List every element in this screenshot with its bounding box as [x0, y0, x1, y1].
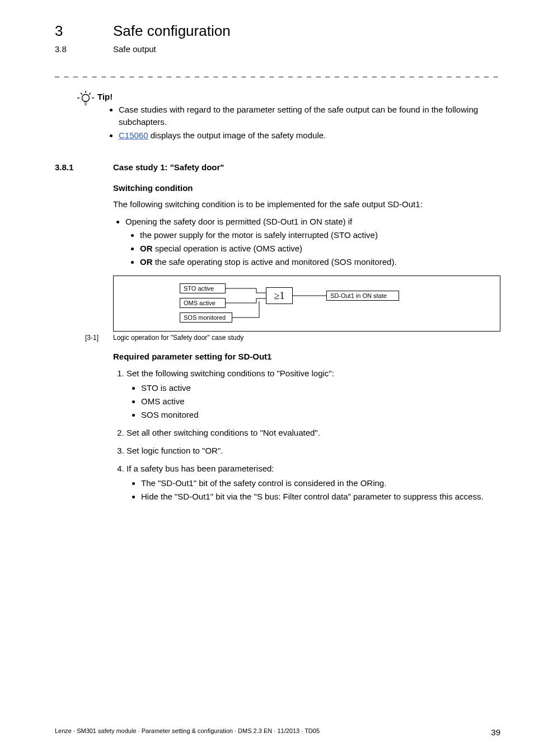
list-item: OR the safe operating stop is active and…: [140, 255, 500, 269]
tip-item-text: displays the output image of the safety …: [148, 130, 326, 140]
section-number: 3.8: [55, 44, 113, 54]
chapter-title: Safe configuration: [113, 22, 231, 40]
switching-heading: Switching condition: [113, 183, 500, 193]
diagram-box-oms: OMS active: [180, 298, 226, 308]
section-title: Safe output: [113, 44, 156, 54]
tip-item: Case studies with regard to the paramete…: [119, 104, 500, 128]
step-text: If a safety bus has been parameterised:: [127, 464, 274, 473]
list-item: Hide the "SD-Out1" bit via the "S bus: F…: [141, 490, 500, 503]
svg-point-0: [82, 95, 90, 102]
svg-line-4: [81, 93, 82, 95]
step-item: Set all other switching conditions to "N…: [127, 426, 500, 440]
figure-caption: Logic operation for "Safety door" case s…: [113, 334, 243, 342]
step-item: If a safety bus has been parameterised: …: [127, 462, 500, 503]
tip-label: Tip!: [97, 92, 500, 101]
list-item: The "SD-Out1" bit of the safety control …: [141, 477, 500, 490]
footer-text: Lenze · SM301 safety module · Parameter …: [55, 727, 320, 737]
list-item: OR special operation is active (OMS acti…: [140, 242, 500, 255]
required-heading: Required parameter setting for SD-Out1: [113, 352, 500, 361]
tip-icon: [74, 90, 97, 142]
subsection-number: 3.8.1: [55, 162, 113, 172]
list-item: STO is active: [141, 381, 500, 395]
list-item: the power supply for the motor is safely…: [140, 228, 500, 242]
list-item: Opening the safety door is permitted (SD…: [125, 215, 500, 269]
list-item: SOS monitored: [141, 408, 500, 422]
diagram-box-output: SD-Out1 in ON state: [326, 291, 399, 301]
switching-intro: The following switching condition is to …: [113, 198, 500, 211]
step-item: Set the following switching conditions t…: [127, 367, 500, 422]
subsection-title: Case study 1: "Safety door": [113, 162, 224, 172]
figure-number: [3-1]: [85, 334, 113, 342]
diagram-or-gate: ≥1: [266, 287, 293, 304]
tip-item: C15060 displays the output image of the …: [119, 129, 500, 142]
step-text: Set the following switching conditions t…: [127, 368, 334, 378]
link-c15060[interactable]: C15060: [119, 130, 148, 140]
page-number: 39: [491, 727, 500, 737]
svg-line-5: [89, 93, 91, 95]
diagram-box-sos: SOS monitored: [180, 312, 232, 323]
logic-diagram: STO active OMS active SOS monitored ≥1 S…: [113, 276, 500, 332]
chapter-number: 3: [55, 22, 113, 40]
diagram-box-sto: STO active: [180, 283, 226, 293]
list-item-text: Opening the safety door is permitted (SD…: [125, 217, 352, 226]
step-item: Set logic function to "OR".: [127, 444, 500, 458]
divider: _ _ _ _ _ _ _ _ _ _ _ _ _ _ _ _ _ _ _ _ …: [55, 68, 500, 77]
list-item: OMS active: [141, 395, 500, 408]
